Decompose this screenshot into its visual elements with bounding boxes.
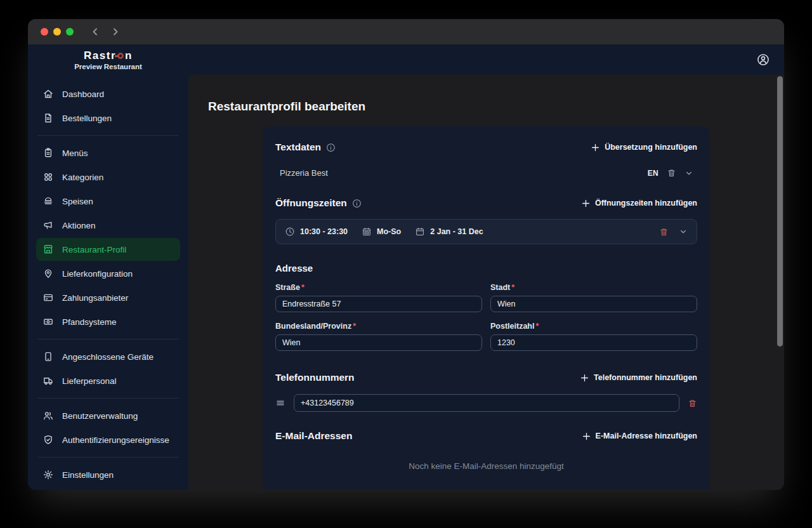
- traffic-lights: [41, 28, 74, 36]
- state-field: Bundesland/Provinz*: [275, 322, 482, 351]
- logo-text: Rastrn: [84, 50, 133, 61]
- sidebar: Dashboard Bestellungen Menüs Kategor: [28, 75, 188, 490]
- forward-icon[interactable]: [110, 27, 121, 37]
- city-input[interactable]: [490, 296, 697, 312]
- translation-row[interactable]: Pizzeria Best EN: [280, 168, 693, 178]
- sidebar-item-speisen[interactable]: Speisen: [36, 190, 180, 213]
- credit-card-icon: [43, 292, 54, 303]
- sidebar-item-dashboard[interactable]: Dashboard: [36, 82, 180, 105]
- grid-icon: [43, 171, 54, 183]
- plus-icon: [581, 199, 591, 208]
- sidebar-divider: [37, 339, 179, 340]
- sidebar-item-label: Kategorien: [62, 173, 103, 182]
- sidebar-item-label: Bestellungen: [62, 114, 112, 123]
- sidebar-item-label: Zahlungsanbieter: [62, 293, 128, 303]
- chevron-down-icon[interactable]: [679, 227, 688, 236]
- calendar-days-icon: [362, 227, 372, 237]
- plus-icon: [582, 432, 591, 441]
- gear-icon: [43, 469, 54, 480]
- delete-translation-icon[interactable]: [667, 168, 676, 178]
- add-opening-hours-button[interactable]: Öffnungszeiten hinzufügen: [581, 199, 697, 208]
- zoom-window-button[interactable]: [66, 28, 74, 36]
- brand-logo: Rastrn Preview Restaurant: [28, 49, 188, 70]
- info-icon[interactable]: [352, 199, 362, 208]
- state-label: Bundesland/Provinz*: [275, 322, 482, 331]
- titlebar: [28, 19, 784, 44]
- phone-input[interactable]: [294, 394, 679, 412]
- sidebar-item-pfandsysteme[interactable]: Pfandsysteme: [36, 310, 180, 333]
- add-translation-button[interactable]: Übersetzung hinzufügen: [591, 143, 697, 152]
- user-account-icon[interactable]: [756, 53, 770, 67]
- app-header: Rastrn Preview Restaurant: [28, 44, 784, 75]
- required-marker: *: [535, 322, 539, 331]
- sidebar-divider: [37, 398, 179, 399]
- info-icon[interactable]: [326, 143, 336, 152]
- opening-hours-title: Öffnungszeiten: [275, 197, 347, 209]
- sidebar-item-label: Menüs: [62, 148, 88, 158]
- page-title: Restaurantprofil bearbeiten: [208, 100, 784, 114]
- phones-title: Telefonnummern: [275, 372, 355, 383]
- brand-subtitle: Preview Restaurant: [74, 63, 142, 70]
- drag-handle-icon[interactable]: [275, 398, 285, 408]
- sidebar-item-zahlungsanbieter[interactable]: Zahlungsanbieter: [36, 286, 180, 309]
- shield-check-icon: [43, 434, 54, 446]
- sidebar-item-label: Lieferkonfiguration: [62, 269, 133, 279]
- sidebar-divider: [37, 457, 179, 458]
- sidebar-item-einstellungen[interactable]: Einstellungen: [36, 463, 180, 486]
- phones-section-header: Telefonnummern Telefonnummer hinzufügen: [275, 372, 697, 383]
- chevron-down-icon[interactable]: [684, 169, 693, 178]
- scrollbar-track[interactable]: [776, 75, 784, 490]
- hours-time-text: 10:30 - 23:30: [300, 227, 348, 236]
- postal-code-label: Postleitzahl*: [490, 322, 697, 331]
- sidebar-item-kategorien[interactable]: Kategorien: [36, 166, 180, 188]
- back-icon[interactable]: [90, 27, 100, 37]
- sidebar-item-label: Pfandsysteme: [62, 317, 117, 327]
- plus-icon: [591, 143, 600, 152]
- add-email-button[interactable]: E-Mail-Adresse hinzufügen: [582, 432, 697, 441]
- textdata-section-header: Textdaten Übersetzung hinzufügen: [275, 142, 697, 153]
- state-input[interactable]: [275, 334, 482, 351]
- app-window: Rastrn Preview Restaurant Dashboard: [28, 19, 784, 490]
- sidebar-item-lieferkonfiguration[interactable]: Lieferkonfiguration: [36, 262, 180, 285]
- emails-empty-state: Noch keine E-Mail-Adressen hinzugefügt: [275, 461, 697, 471]
- banknote-icon: [43, 316, 54, 327]
- opening-hours-entry[interactable]: 10:30 - 23:30 Mo-So 2 Jan: [275, 219, 697, 244]
- sidebar-item-restaurant-profil[interactable]: Restaurant-Profil: [36, 238, 180, 261]
- street-input[interactable]: [275, 296, 482, 312]
- minimize-window-button[interactable]: [53, 28, 61, 36]
- delete-hours-icon[interactable]: [659, 227, 669, 237]
- document-icon: [43, 112, 54, 124]
- hours-days-text: Mo-So: [377, 227, 401, 236]
- sidebar-item-authentifizierungsereignisse[interactable]: Authentifizierungsereignisse: [36, 428, 180, 451]
- sidebar-item-aktionen[interactable]: Aktionen: [36, 214, 180, 237]
- sidebar-item-angeschlossene-geraete[interactable]: Angeschlossene Geräte: [36, 345, 180, 368]
- emails-title: E-Mail-Adressen: [275, 430, 352, 442]
- home-icon: [43, 88, 54, 100]
- map-pin-icon: [43, 268, 54, 279]
- sidebar-item-label: Speisen: [62, 197, 93, 206]
- scrollbar-thumb[interactable]: [777, 76, 783, 346]
- street-label: Straße*: [275, 283, 482, 292]
- sidebar-item-label: Restaurant-Profil: [62, 245, 126, 254]
- required-marker: *: [301, 283, 304, 292]
- sidebar-item-label: Dashboard: [62, 89, 104, 99]
- textdata-title: Textdaten: [275, 142, 321, 153]
- truck-icon: [43, 375, 54, 386]
- sidebar-item-bestellungen[interactable]: Bestellungen: [36, 107, 180, 129]
- clock-icon: [285, 227, 295, 237]
- sidebar-item-menus[interactable]: Menüs: [36, 142, 180, 164]
- sidebar-item-benutzerverwaltung[interactable]: Benutzerverwaltung: [36, 404, 180, 427]
- main-content: Restaurantprofil bearbeiten Textdaten: [188, 75, 784, 490]
- close-window-button[interactable]: [41, 28, 48, 36]
- megaphone-icon: [43, 220, 54, 231]
- add-phone-button[interactable]: Telefonnummer hinzufügen: [580, 373, 697, 383]
- opening-hours-section-header: Öffnungszeiten Öffnungszeiten hinzufügen: [275, 197, 697, 209]
- sidebar-item-lieferpersonal[interactable]: Lieferpersonal: [36, 369, 180, 392]
- emails-section-header: E-Mail-Adressen E-Mail-Adresse hinzufüge…: [275, 430, 697, 442]
- postal-code-input[interactable]: [490, 334, 697, 351]
- language-code-badge: EN: [648, 169, 658, 178]
- dish-icon: [43, 195, 54, 207]
- delete-phone-icon[interactable]: [688, 399, 697, 408]
- plus-icon: [580, 373, 589, 383]
- phone-entry-row: [275, 394, 697, 412]
